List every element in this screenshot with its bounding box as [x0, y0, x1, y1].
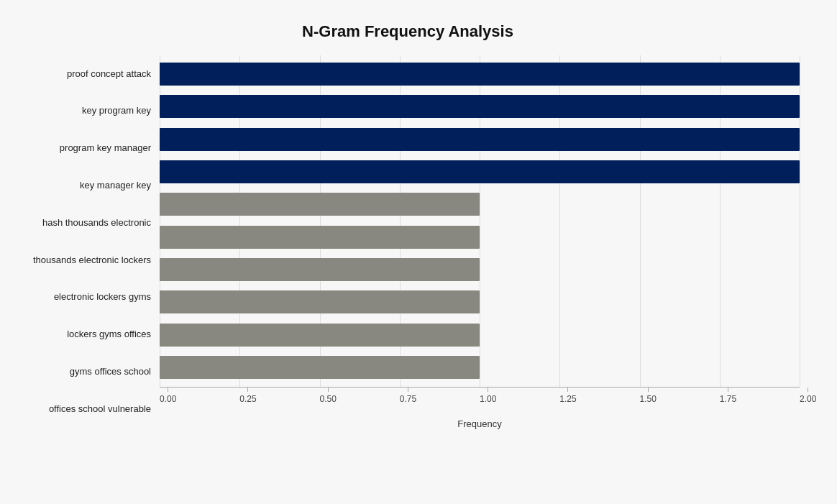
y-label: lockers gyms offices: [67, 316, 151, 353]
bar-row: [160, 189, 800, 219]
bar: [160, 160, 800, 183]
y-label: program key manager: [60, 129, 151, 167]
x-axis: 0.000.250.500.751.001.251.501.752.00: [160, 387, 800, 416]
x-tick-line: [247, 388, 248, 392]
bar: [160, 226, 480, 249]
y-label: key manager key: [80, 167, 151, 204]
x-tick: 1.50: [640, 388, 657, 404]
x-tick: 0.50: [320, 388, 337, 404]
bar-row: [160, 157, 800, 187]
y-label: proof concept attack: [67, 55, 151, 93]
x-tick-line: [728, 388, 728, 392]
bar-row: [160, 287, 800, 317]
x-tick: 1.00: [480, 388, 496, 404]
x-tick: 0.00: [160, 388, 176, 404]
x-tick-line: [648, 388, 649, 392]
bar: [160, 193, 480, 216]
bar: [160, 63, 800, 86]
x-tick: 0.75: [400, 388, 416, 404]
x-tick-line: [808, 388, 808, 392]
x-tick-label: 1.75: [720, 394, 736, 404]
x-tick: 1.75: [720, 388, 736, 404]
bar-row: [160, 320, 800, 350]
chart-area: proof concept attackkey program keyprogr…: [16, 55, 800, 429]
x-tick-label: 1.25: [559, 394, 576, 404]
x-tick: 2.00: [800, 388, 816, 404]
x-tick-line: [408, 388, 408, 392]
y-label: hash thousands electronic: [42, 204, 151, 242]
y-label: gyms offices school: [70, 353, 151, 390]
bar-row: [160, 59, 800, 89]
x-tick-label: 0.00: [160, 394, 176, 404]
x-tick-label: 1.00: [480, 394, 496, 404]
y-label: electronic lockers gyms: [54, 278, 151, 316]
x-axis-title: Frequency: [160, 418, 800, 429]
x-tick-label: 0.75: [400, 394, 416, 404]
bar-row: [160, 255, 800, 285]
chart-container: N-Gram Frequency Analysis proof concept …: [9, 8, 828, 497]
bars-region: [160, 55, 800, 387]
bar: [160, 290, 480, 313]
x-tick-label: 2.00: [800, 394, 816, 404]
x-tick: 0.25: [239, 388, 256, 404]
bar: [160, 258, 480, 281]
x-tick-label: 0.50: [320, 394, 337, 404]
bar-row: [160, 222, 800, 252]
x-tick-label: 1.50: [640, 394, 657, 404]
bars-and-xaxis: 0.000.250.500.751.001.251.501.752.00 Fre…: [160, 55, 800, 429]
y-label: thousands electronic lockers: [33, 241, 151, 278]
chart-title: N-Gram Frequency Analysis: [16, 22, 800, 41]
x-tick-line: [168, 388, 168, 392]
x-tick-line: [567, 388, 568, 392]
y-axis-labels: proof concept attackkey program keyprogr…: [16, 55, 160, 429]
x-tick-label: 0.25: [239, 394, 256, 404]
bar-row: [160, 91, 800, 122]
y-label: key program key: [82, 92, 151, 129]
x-tick-line: [328, 388, 329, 392]
y-label: offices school vulnerable: [49, 390, 151, 428]
bar: [160, 95, 800, 118]
bar: [160, 356, 480, 379]
bar: [160, 128, 800, 151]
x-tick-line: [488, 388, 488, 392]
grid-line: [800, 55, 800, 387]
x-tick: 1.25: [559, 388, 576, 404]
bar: [160, 324, 480, 347]
bar-row: [160, 124, 800, 155]
bar-row: [160, 352, 800, 382]
bars-list: [160, 55, 800, 387]
